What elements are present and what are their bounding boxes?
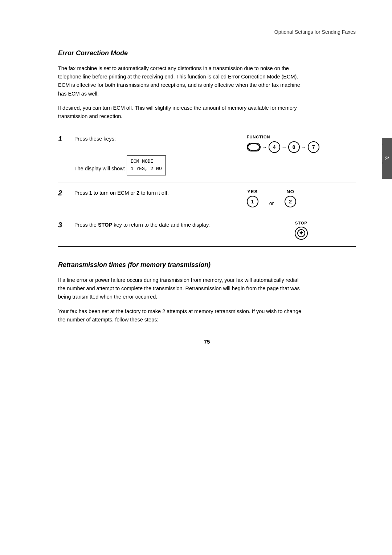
step-2-bold-1: 1 xyxy=(89,190,92,196)
step-3-bold: STOP xyxy=(98,222,112,228)
function-key xyxy=(247,143,261,151)
section2-title: Retransmission times (for memory transmi… xyxy=(58,261,356,269)
key-1: 1 xyxy=(247,196,258,207)
key-2: 2 xyxy=(285,196,296,207)
stop-label: STOP xyxy=(295,221,307,225)
section2-para1: If a line error or power failure occurs … xyxy=(58,276,305,301)
step-1-instruction-prefix: Press these keys: xyxy=(74,136,116,142)
page-container: Optional Settings for Sending Faxes Erro… xyxy=(0,0,392,555)
step-3-content: Press the STOP key to return to the date… xyxy=(71,214,247,247)
step-1-number: 1 xyxy=(58,128,71,182)
section-error-correction: Error Correction Mode The fax machine is… xyxy=(58,49,356,247)
arrow-1: → xyxy=(262,144,267,150)
or-col: or xyxy=(269,196,274,206)
key-7: 7 xyxy=(308,141,319,153)
stop-icon xyxy=(297,229,305,237)
step-3-prefix: Press the xyxy=(74,222,98,228)
step-1-display-label: The display will show: xyxy=(74,165,125,171)
side-tab-chapter: 3. xyxy=(384,156,390,161)
step-1-display-box: ECM MODE 1=YES, 2=NO xyxy=(127,155,166,176)
page-header: Optional Settings for Sending Faxes xyxy=(58,29,356,35)
svg-point-0 xyxy=(248,143,260,151)
display-line1: ECM MODE xyxy=(131,158,162,166)
stop-key-container: STOP xyxy=(247,221,356,240)
step-3-number: 3 xyxy=(58,214,71,247)
step-2-row: 2 Press 1 to turn on ECM or 2 to turn it… xyxy=(58,182,356,214)
display-line2: 1=YES, 2=NO xyxy=(131,165,162,173)
steps-table: 1 Press these keys: The display will sho… xyxy=(58,128,356,247)
yes-no-container: YES 1 or NO 2 xyxy=(247,189,356,207)
step-2-content: Press 1 to turn on ECM or 2 to turn it o… xyxy=(71,182,247,214)
stop-circle xyxy=(295,227,308,240)
section1-title: Error Correction Mode xyxy=(58,49,356,57)
yes-label: YES xyxy=(247,189,258,194)
section-retransmission: Retransmission times (for memory transmi… xyxy=(58,261,356,324)
yes-col: YES 1 xyxy=(247,189,258,207)
side-tab: 3. Sending Faxes xyxy=(382,138,392,179)
section1-para2: If desired, you can turn ECM off. This w… xyxy=(58,104,305,121)
step-2-visual: YES 1 or NO 2 xyxy=(247,182,356,214)
page-number: 75 xyxy=(58,339,356,345)
step-3-suffix: key to return to the date and time displ… xyxy=(112,222,210,228)
arrow-2: → xyxy=(282,144,287,150)
side-tab-label: Sending Faxes xyxy=(379,143,383,174)
step-1-visual: FUNCTION → 4 → 0 → 7 xyxy=(247,128,356,182)
header-title: Optional Settings for Sending Faxes xyxy=(274,29,356,35)
svg-marker-2 xyxy=(299,232,303,235)
section1-para1: The fax machine is set to automatically … xyxy=(58,64,305,98)
arrow-3: → xyxy=(301,144,306,150)
function-label: FUNCTION xyxy=(247,135,356,139)
key-0: 0 xyxy=(288,141,300,153)
step-3-row: 3 Press the STOP key to return to the da… xyxy=(58,214,356,247)
no-col: NO 2 xyxy=(285,189,296,207)
step-1-content: Press these keys: The display will show:… xyxy=(71,128,247,182)
or-text: or xyxy=(269,200,274,206)
step-2-number: 2 xyxy=(58,182,71,214)
step-1-row: 1 Press these keys: The display will sho… xyxy=(58,128,356,182)
key-sequence-1: → 4 → 0 → 7 xyxy=(247,141,356,153)
step-3-visual: STOP xyxy=(247,214,356,247)
step-2-bold-2: 2 xyxy=(136,190,139,196)
key-4: 4 xyxy=(269,141,280,153)
section2-para2: Your fax has been set at the factory to … xyxy=(58,307,305,324)
no-label: NO xyxy=(286,189,294,194)
